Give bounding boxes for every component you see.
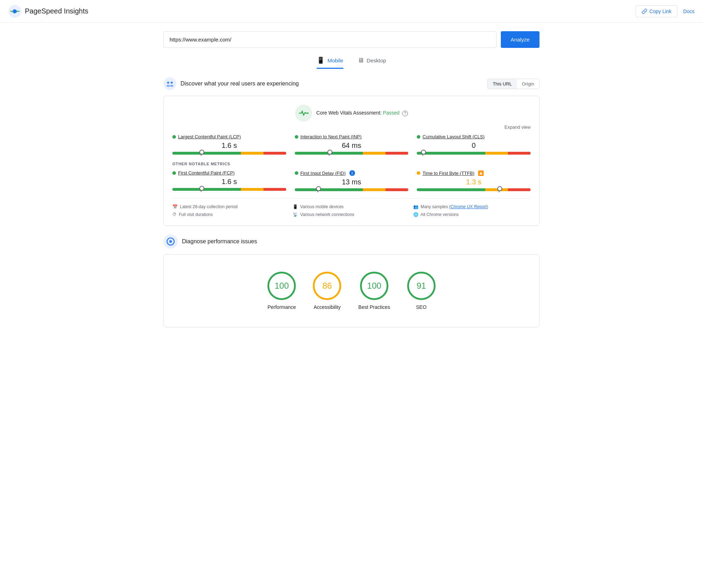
copy-link-button[interactable]: Copy Link	[636, 5, 677, 17]
link-icon	[642, 9, 647, 14]
real-users-section-header: Discover what your real users are experi…	[164, 77, 539, 90]
fcp-marker	[201, 187, 201, 192]
best-practices-value: 100	[367, 281, 381, 291]
footer-note-network: 📡 Various network connections	[293, 212, 410, 217]
docs-link[interactable]: Docs	[683, 9, 694, 14]
tab-mobile-label: Mobile	[327, 57, 343, 63]
score-seo: 91 SEO	[407, 272, 436, 310]
seo-label: SEO	[416, 304, 427, 310]
metric-fcp: First Contentful Paint (FCP) 1.6 s	[172, 170, 286, 191]
svg-point-10	[169, 240, 172, 243]
fid-marker	[317, 187, 318, 192]
lcp-marker	[201, 151, 201, 156]
people-icon: 👥	[413, 204, 419, 209]
cls-status-dot	[417, 135, 420, 139]
inp-bar	[295, 152, 409, 155]
real-users-title: Discover what your real users are experi…	[181, 81, 299, 87]
heartbeat-icon	[299, 108, 309, 118]
desktop-icon: 🖥	[358, 57, 364, 64]
chrome-ux-report-link[interactable]: Chrome UX Report	[450, 204, 487, 209]
timer-icon: ⏱	[172, 212, 177, 217]
svg-point-6	[170, 85, 173, 87]
header: PageSpeed Insights Copy Link Docs	[0, 0, 703, 23]
lcp-status-dot	[172, 135, 176, 139]
mobile-devices-icon: 📱	[293, 204, 298, 209]
performance-circle: 100	[267, 272, 296, 300]
notable-metrics-label: OTHER NOTABLE METRICS	[172, 162, 531, 166]
metric-ttfb: Time to First Byte (TTFB) 🔼 1.3 s	[417, 170, 531, 191]
tab-mobile[interactable]: 📱 Mobile	[317, 56, 343, 69]
cls-bar	[417, 152, 531, 155]
footer-note-collection: 📅 Latest 28-day collection period	[172, 204, 290, 209]
tab-desktop[interactable]: 🖥 Desktop	[358, 56, 386, 69]
main-metrics-grid: Largest Contentful Paint (LCP) 1.6 s Int…	[172, 134, 531, 155]
analyze-button[interactable]: Analyze	[501, 31, 539, 48]
svg-point-2	[164, 77, 176, 90]
footer-notes: 📅 Latest 28-day collection period 📱 Vari…	[172, 198, 531, 217]
metric-cls-label: Cumulative Layout Shift (CLS)	[417, 134, 531, 139]
svg-point-4	[171, 82, 173, 84]
header-right: Copy Link Docs	[636, 5, 694, 17]
lcp-link[interactable]: Largest Contentful Paint (LCP)	[178, 134, 241, 139]
metric-inp-label: Interaction to Next Paint (INP)	[295, 134, 409, 139]
ttfb-bar	[417, 188, 531, 191]
globe-icon: 🌐	[413, 212, 419, 217]
footer-note-chrome-text: All Chrome versions	[421, 212, 459, 217]
fcp-bar	[172, 188, 286, 191]
origin-button[interactable]: Origin	[517, 79, 539, 89]
footer-note-devices-text: Various mobile devices	[300, 204, 344, 209]
tabs: 📱 Mobile 🖥 Desktop	[164, 56, 539, 69]
ttfb-warning-icon: 🔼	[478, 170, 484, 176]
fcp-link[interactable]: First Contentful Paint (FCP)	[178, 170, 235, 176]
copy-link-label: Copy Link	[649, 9, 671, 14]
calendar-icon: 📅	[172, 204, 178, 209]
fid-link[interactable]: First Input Delay (FID)	[300, 171, 346, 176]
url-input[interactable]	[164, 31, 497, 48]
metric-fid-label: First Input Delay (FID) i	[295, 170, 409, 176]
expand-view[interactable]: Expand view	[172, 124, 531, 130]
header-left: PageSpeed Insights	[9, 5, 88, 18]
real-users-icon	[164, 77, 176, 90]
ttfb-value: 1.3 s	[417, 178, 531, 186]
question-icon[interactable]: ?	[402, 111, 408, 116]
svg-point-3	[167, 82, 169, 84]
metric-ttfb-label: Time to First Byte (TTFB) 🔼	[417, 170, 531, 176]
fid-bar	[295, 188, 409, 191]
svg-point-5	[166, 85, 170, 87]
mobile-icon: 📱	[317, 56, 325, 64]
ttfb-marker	[499, 187, 499, 192]
seo-value: 91	[416, 281, 426, 291]
accessibility-label: Accessibility	[314, 304, 341, 310]
svg-point-7	[307, 112, 309, 114]
fid-value: 13 ms	[295, 178, 409, 186]
footer-note-samples: 👥 Many samples (Chrome UX Report)	[413, 204, 531, 209]
network-icon: 📡	[293, 212, 298, 217]
footer-note-collection-text: Latest 28-day collection period	[180, 204, 238, 209]
tab-desktop-label: Desktop	[367, 57, 386, 63]
cls-value: 0	[417, 142, 531, 150]
section-header-left: Discover what your real users are experi…	[164, 77, 299, 90]
inp-marker	[329, 151, 330, 156]
url-origin-toggle: This URL Origin	[487, 79, 539, 89]
fid-info-icon[interactable]: i	[349, 170, 355, 176]
ttfb-link[interactable]: Time to First Byte (TTFB)	[422, 171, 474, 176]
footer-note-chrome: 🌐 All Chrome versions	[413, 212, 531, 217]
metric-cls: Cumulative Layout Shift (CLS) 0	[417, 134, 531, 155]
metric-fcp-label: First Contentful Paint (FCP)	[172, 170, 286, 176]
inp-link[interactable]: Interaction to Next Paint (INP)	[300, 134, 362, 139]
inp-value: 64 ms	[295, 142, 409, 150]
cwv-icon	[295, 105, 312, 122]
score-best-practices: 100 Best Practices	[358, 272, 390, 310]
fcp-value: 1.6 s	[172, 178, 286, 186]
svg-point-1	[13, 10, 17, 13]
cwv-status: Passed	[383, 110, 400, 116]
main-content: Analyze 📱 Mobile 🖥 Desktop Discover what…	[156, 23, 547, 344]
fcp-status-dot	[172, 171, 176, 175]
core-web-vitals-card: Core Web Vitals Assessment: Passed ? Exp…	[164, 96, 539, 226]
cls-link[interactable]: Cumulative Layout Shift (CLS)	[422, 134, 485, 139]
this-url-button[interactable]: This URL	[488, 79, 517, 89]
diagnose-title: Diagnose performance issues	[182, 238, 257, 245]
footer-note-devices: 📱 Various mobile devices	[293, 204, 410, 209]
metric-inp: Interaction to Next Paint (INP) 64 ms	[295, 134, 409, 155]
best-practices-circle: 100	[360, 272, 388, 300]
